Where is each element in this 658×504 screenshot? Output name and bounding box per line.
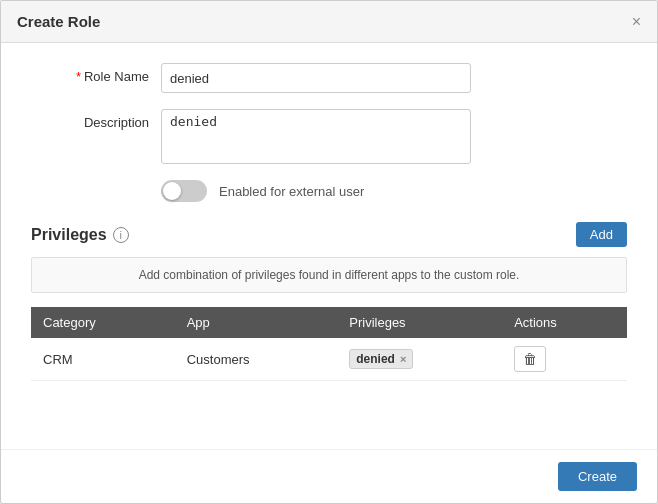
required-star: * <box>76 69 81 84</box>
privileges-header: Privileges i Add <box>31 222 627 247</box>
dialog-body: *Role Name Description denied Enabled fo… <box>1 43 657 449</box>
toggle-label: Enabled for external user <box>219 184 364 199</box>
trash-icon: 🗑 <box>523 351 537 367</box>
cell-app: Customers <box>175 338 338 381</box>
external-user-toggle[interactable] <box>161 180 207 202</box>
cell-privileges: denied × <box>337 338 502 381</box>
dialog-header: Create Role × <box>1 1 657 43</box>
table-header: Category App Privileges Actions <box>31 307 627 338</box>
description-row: Description denied <box>31 109 627 164</box>
toggle-row: Enabled for external user <box>31 180 627 202</box>
role-name-label: *Role Name <box>31 63 161 84</box>
create-role-dialog: Create Role × *Role Name Description den… <box>0 0 658 504</box>
col-category: Category <box>31 307 175 338</box>
privileges-table: Category App Privileges Actions CRM Cust… <box>31 307 627 381</box>
table-row: CRM Customers denied × 🗑 <box>31 338 627 381</box>
dialog-title: Create Role <box>17 13 100 30</box>
col-actions: Actions <box>502 307 627 338</box>
tag-remove-button[interactable]: × <box>400 353 406 365</box>
info-banner: Add combination of privileges found in d… <box>31 257 627 293</box>
col-privileges: Privileges <box>337 307 502 338</box>
privileges-title-group: Privileges i <box>31 226 129 244</box>
role-name-row: *Role Name <box>31 63 627 93</box>
table-body: CRM Customers denied × 🗑 <box>31 338 627 381</box>
description-input[interactable]: denied <box>161 109 471 164</box>
info-icon[interactable]: i <box>113 227 129 243</box>
create-button[interactable]: Create <box>558 462 637 491</box>
cell-category: CRM <box>31 338 175 381</box>
toggle-knob <box>163 182 181 200</box>
dialog-footer: Create <box>1 449 657 503</box>
delete-row-button[interactable]: 🗑 <box>514 346 546 372</box>
cell-actions: 🗑 <box>502 338 627 381</box>
privileges-title: Privileges <box>31 226 107 244</box>
add-privilege-button[interactable]: Add <box>576 222 627 247</box>
close-button[interactable]: × <box>632 14 641 30</box>
privilege-tag-label: denied <box>356 352 395 366</box>
col-app: App <box>175 307 338 338</box>
description-label: Description <box>31 109 161 130</box>
privileges-section: Privileges i Add Add combination of priv… <box>31 222 627 381</box>
privilege-tag: denied × <box>349 349 413 369</box>
role-name-input[interactable] <box>161 63 471 93</box>
